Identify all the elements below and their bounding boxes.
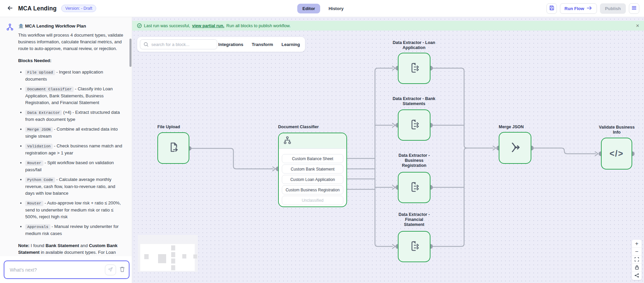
composer-area — [0, 256, 132, 283]
trash-icon — [119, 266, 125, 273]
node-label-extractor-loan: Data Extractor - Loan Application — [392, 40, 436, 50]
classifier-row[interactable]: Custom Loan Application — [282, 175, 343, 184]
share-nodes-icon — [635, 273, 639, 279]
node-label-document-classifier: Document Classifier — [278, 125, 319, 130]
banner-text: Last run was successful, — [144, 23, 190, 28]
block-search-box[interactable] — [140, 39, 217, 49]
block-code-chip: File Upload — [25, 70, 55, 75]
minimap-node — [171, 258, 175, 264]
plan-sidebar: 🏦 MCA Lending Workflow Plan This workflo… — [0, 17, 132, 283]
run-flow-button[interactable]: Run Flow — [560, 3, 597, 14]
tab-transform[interactable]: Transform — [252, 42, 273, 47]
block-item: Validation - Check business name match a… — [25, 143, 125, 156]
share-nodes-button[interactable] — [632, 272, 642, 280]
file-export-icon — [166, 140, 181, 156]
whats-next-input[interactable] — [10, 267, 102, 273]
classifier-row[interactable]: Unclassified — [282, 196, 343, 205]
block-item: File Upload - Ingest loan application do… — [25, 69, 125, 83]
banner-close-button[interactable]: × — [636, 23, 639, 29]
block-code-chip: Merge JSON — [25, 127, 53, 132]
workflow-edges — [132, 17, 644, 283]
classifier-tree-icon — [283, 136, 292, 146]
lock-button[interactable] — [632, 264, 642, 272]
lock-icon — [635, 265, 639, 271]
tab-learning[interactable]: Learning — [281, 42, 300, 47]
data-extract-icon — [407, 239, 422, 255]
plan-title: 🏦 MCA Lending Workflow Plan — [18, 23, 125, 30]
classifier-row[interactable]: Custom Balance Sheet — [282, 154, 343, 163]
node-merge-json[interactable] — [499, 132, 531, 164]
node-data-extractor-bank-statements[interactable] — [398, 109, 430, 141]
check-circle-icon — [137, 23, 142, 28]
run-flow-label: Run Flow — [565, 6, 584, 11]
node-data-extractor-financial-statement[interactable] — [398, 231, 430, 262]
paper-plane-icon — [108, 267, 113, 273]
plan-description: This workflow will process 4 document ty… — [18, 32, 125, 52]
banner-text-suffix: Run all blocks to publish workflow. — [226, 23, 291, 28]
arrow-right-icon — [587, 6, 592, 11]
fit-view-button[interactable] — [632, 256, 642, 264]
node-label-file-upload: File Upload — [157, 125, 180, 130]
menu-button[interactable] — [629, 3, 639, 14]
save-button[interactable] — [546, 3, 557, 14]
block-item: Python Code - Calculate average monthly … — [25, 176, 125, 197]
minimap-node — [171, 245, 175, 250]
node-data-extractor-loan-application[interactable] — [398, 53, 430, 84]
minimap[interactable] — [138, 235, 198, 272]
node-label-extractor-financial: Data Extractor - Financial Statement — [396, 212, 432, 227]
minimap-node — [171, 265, 175, 270]
plan-scroll-area[interactable]: 🏦 MCA Lending Workflow Plan This workflo… — [0, 17, 132, 256]
canvas-controls: + − — [632, 240, 642, 280]
minimap-node — [171, 252, 175, 257]
send-button[interactable] — [105, 265, 116, 275]
node-label-extractor-bank: Data Extractor - Bank Statements — [392, 96, 436, 106]
fit-view-icon — [635, 256, 639, 263]
block-search-input[interactable] — [151, 42, 214, 47]
back-arrow-icon — [7, 5, 13, 12]
data-extract-icon — [407, 180, 422, 196]
classifier-rows: Custom Balance SheetCustom Bank Statemen… — [279, 149, 346, 205]
merge-icon — [507, 140, 523, 156]
classifier-row[interactable]: Custom Business Registration — [282, 185, 343, 194]
node-document-classifier[interactable]: Custom Balance SheetCustom Bank Statemen… — [278, 133, 347, 207]
block-code-chip: Data Extractor — [25, 110, 62, 115]
block-code-chip: Document Classifier — [25, 87, 74, 92]
block-code-chip: Validation — [25, 144, 53, 149]
workflow-canvas[interactable]: Last run was successful, view partial ru… — [132, 17, 644, 283]
success-banner: Last run was successful, view partial ru… — [132, 21, 644, 31]
page-title: MCA Lending — [18, 5, 56, 12]
node-label-validate: Validate Business Info — [597, 125, 637, 135]
classifier-row[interactable]: Custom Bank Statement — [282, 164, 343, 174]
plan-note: Note: I found Bank Statement and Custom … — [18, 242, 125, 256]
block-item: Data Extractor (×4) - Extract structured… — [25, 109, 125, 123]
tab-editor[interactable]: Editor — [297, 4, 320, 13]
zoom-out-button[interactable]: − — [632, 248, 642, 256]
workflow-branch-icon — [6, 23, 14, 32]
bank-emoji: 🏦 — [18, 23, 24, 29]
block-search-panel: Integrations Transform Learning — [137, 37, 305, 52]
data-extract-icon — [407, 117, 422, 133]
block-item: Approvals - Manual review by underwriter… — [25, 223, 125, 237]
trash-button[interactable] — [119, 266, 125, 273]
code-icon: </> — [609, 149, 623, 158]
view-partial-run-link[interactable]: view partial run. — [192, 23, 224, 28]
classifier-header — [279, 133, 346, 149]
sidebar-scrollbar[interactable] — [129, 39, 131, 67]
node-file-upload[interactable] — [157, 132, 189, 164]
node-label-merge-json: Merge JSON — [499, 125, 524, 130]
block-item: Router - Auto-approve low risk + ratio ≤… — [25, 200, 125, 220]
back-button[interactable] — [7, 5, 13, 12]
block-item: Merge JSON - Combine all extracted data … — [25, 126, 125, 140]
node-validate-business-info[interactable]: </> — [601, 138, 632, 170]
node-label-extractor-business: Data Extractor - Business Registration — [396, 153, 432, 168]
block-code-chip: Approvals — [25, 224, 50, 230]
tab-history[interactable]: History — [324, 4, 349, 13]
composer-box[interactable] — [4, 261, 129, 279]
block-code-chip: Router — [25, 160, 43, 166]
node-data-extractor-business-registration[interactable] — [398, 172, 430, 203]
minimap-viewport — [140, 244, 195, 271]
zoom-in-button[interactable]: + — [632, 240, 642, 248]
tab-integrations[interactable]: Integrations — [218, 42, 243, 47]
publish-button[interactable]: Publish — [600, 3, 626, 14]
blocks-heading: Blocks Needed: — [18, 57, 125, 64]
